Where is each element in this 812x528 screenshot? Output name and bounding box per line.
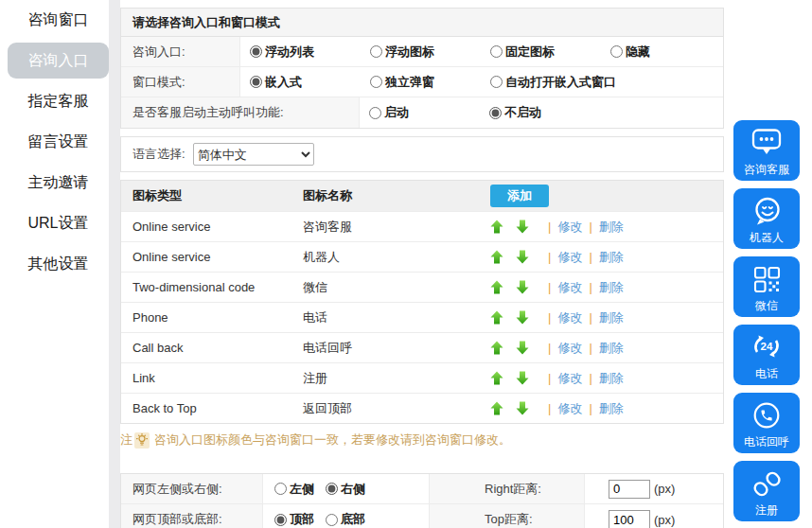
language-section: 语言选择: 简体中文	[120, 136, 724, 172]
sidebar-item-message-settings[interactable]: 留言设置	[8, 124, 109, 160]
radio-input[interactable]	[490, 45, 503, 58]
lightbulb-icon	[134, 432, 150, 449]
radio-right-side[interactable]: 右侧	[326, 481, 365, 498]
entry-row-label: 咨询入口:	[121, 37, 240, 66]
up-arrow-icon	[490, 371, 503, 385]
up-arrow-icon	[490, 341, 503, 355]
lr-position-row: 网页左侧或右侧: 左侧 右侧 Right距离: (px)	[121, 474, 723, 504]
move-down-button[interactable]	[516, 401, 529, 415]
modify-link[interactable]: 修改	[557, 279, 582, 296]
modify-link[interactable]: 修改	[557, 340, 582, 357]
radio-autocall-on[interactable]: 启动	[360, 97, 480, 128]
delete-link[interactable]: 删除	[599, 279, 624, 296]
radio-input[interactable]	[370, 45, 382, 58]
modify-link[interactable]: 修改	[557, 309, 582, 326]
radio-fixed-icon[interactable]: 固定图标	[481, 37, 601, 66]
move-down-button[interactable]	[516, 250, 529, 264]
down-arrow-icon	[516, 220, 529, 234]
widget-preview: 咨询客服 机器人	[733, 120, 800, 528]
move-down-button[interactable]	[516, 310, 529, 325]
modify-link[interactable]: 修改	[557, 400, 582, 417]
separator: |	[589, 310, 591, 325]
note-text: 咨询入口图标颜色与咨询窗口一致，若要修改请到咨询窗口修改。	[154, 431, 511, 449]
separator: |	[548, 310, 551, 325]
radio-left-side[interactable]: 左侧	[274, 481, 314, 498]
radio-embedded[interactable]: 嵌入式	[240, 67, 361, 97]
radio-popup[interactable]: 独立弹窗	[361, 67, 481, 97]
icon-table: 图标类型 图标名称 添加 Online service 咨询客服 | 修改 | …	[120, 180, 724, 424]
move-up-button[interactable]	[490, 341, 503, 355]
move-up-button[interactable]	[490, 401, 503, 415]
radio-autocall-off[interactable]: 不启动	[480, 97, 600, 128]
delete-link[interactable]: 删除	[599, 400, 624, 417]
move-up-button[interactable]	[490, 371, 503, 385]
top-distance-label: Top距离:	[429, 504, 585, 528]
radio-input[interactable]	[326, 514, 338, 526]
widget-wechat-button[interactable]: 微信	[733, 256, 800, 317]
radio-input[interactable]	[610, 45, 623, 58]
widget-robot-button[interactable]: 机器人	[733, 188, 800, 249]
add-button[interactable]: 添加	[490, 185, 549, 207]
language-select[interactable]: 简体中文	[193, 143, 314, 166]
separator: |	[548, 401, 551, 415]
move-up-button[interactable]	[490, 310, 503, 325]
move-up-button[interactable]	[490, 280, 503, 294]
sidebar-item-consult-entry[interactable]: 咨询入口	[8, 43, 109, 79]
move-up-button[interactable]	[490, 250, 503, 264]
radio-float-icon[interactable]: 浮动图标	[361, 37, 481, 66]
radio-input[interactable]	[274, 483, 287, 495]
radio-auto-open-embedded[interactable]: 自动打开嵌入式窗口	[481, 67, 616, 97]
radio-input[interactable]	[250, 45, 262, 58]
sidebar-item-proactive-invite[interactable]: 主动邀请	[8, 165, 109, 201]
radio-top-side[interactable]: 顶部	[274, 511, 314, 528]
lr-label: 网页左侧或右侧:	[121, 474, 263, 503]
radio-hidden[interactable]: 隐藏	[601, 37, 721, 66]
table-row: Online service 机器人 | 修改 | 删除	[121, 241, 723, 272]
widget-callback-button[interactable]: 电话回呼	[733, 393, 800, 453]
px-unit: (px)	[654, 513, 675, 527]
radio-input[interactable]	[370, 76, 382, 88]
delete-link[interactable]: 删除	[599, 309, 624, 326]
delete-link[interactable]: 删除	[599, 249, 624, 266]
radio-input[interactable]	[326, 483, 338, 495]
delete-link[interactable]: 删除	[599, 219, 624, 236]
move-down-button[interactable]	[516, 220, 529, 234]
radio-input[interactable]	[490, 76, 503, 88]
down-arrow-icon	[516, 371, 529, 385]
modify-link[interactable]: 修改	[557, 249, 582, 266]
move-down-button[interactable]	[516, 341, 529, 355]
robot-face-icon	[751, 188, 783, 231]
top-distance-input[interactable]	[609, 510, 650, 528]
up-arrow-icon	[490, 220, 503, 234]
radio-input[interactable]	[489, 107, 502, 119]
sidebar-item-url-settings[interactable]: URL设置	[8, 205, 109, 241]
move-down-button[interactable]	[516, 371, 529, 385]
window-mode-label: 窗口模式:	[121, 67, 240, 97]
modify-link[interactable]: 修改	[557, 370, 582, 387]
widget-consult-button[interactable]: 咨询客服	[733, 120, 800, 181]
down-arrow-icon	[516, 401, 529, 415]
sidebar-item-other-settings[interactable]: 其他设置	[8, 246, 109, 282]
radio-input[interactable]	[274, 514, 287, 526]
entry-mode-section: 请选择咨询入口和窗口模式 咨询入口: 浮动列表 浮动图标 固定图标 隐藏 窗口模…	[120, 8, 724, 129]
qrcode-icon	[752, 256, 782, 299]
down-arrow-icon	[516, 341, 529, 355]
position-section: 网页左侧或右侧: 左侧 右侧 Right距离: (px) 网页顶部或底部:	[120, 473, 724, 528]
move-up-button[interactable]	[490, 220, 503, 234]
delete-link[interactable]: 删除	[599, 370, 624, 387]
radio-float-list[interactable]: 浮动列表	[240, 37, 361, 66]
widget-register-button[interactable]: 注册	[733, 461, 800, 521]
widget-phone-button[interactable]: 24 电话	[733, 325, 800, 385]
right-distance-input[interactable]	[609, 480, 650, 499]
radio-input[interactable]	[250, 76, 262, 88]
sidebar-item-assign-agent[interactable]: 指定客服	[8, 83, 109, 119]
entry-row: 咨询入口: 浮动列表 浮动图标 固定图标 隐藏	[121, 37, 723, 67]
modify-link[interactable]: 修改	[557, 219, 582, 236]
sidebar-item-consult-window[interactable]: 咨询窗口	[8, 2, 109, 38]
radio-input[interactable]	[369, 107, 381, 119]
separator: |	[589, 250, 591, 264]
delete-link[interactable]: 删除	[599, 340, 624, 357]
move-down-button[interactable]	[516, 280, 529, 294]
col-icon-type: 图标类型	[121, 187, 303, 204]
radio-bottom-side[interactable]: 底部	[326, 511, 365, 528]
